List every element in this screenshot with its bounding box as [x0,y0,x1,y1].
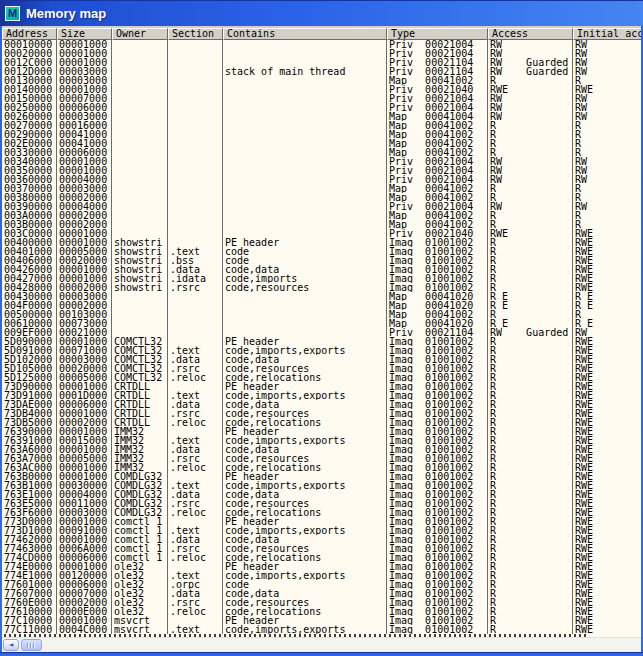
table-row[interactable]: 763A700000005000IMM32.rsrccode,resources… [2,454,641,463]
table-row[interactable]: 0042700000001000showstri.idatacode,impor… [2,274,641,283]
cell-owner: comctl_1 [112,517,168,526]
table-row[interactable]: 0040100000005000showstri.textcodeImag 01… [2,247,641,256]
table-row[interactable]: 7746200000001000comctl_1.datacode,dataIm… [2,535,641,544]
table-row[interactable]: 763A600000001000IMM32.datacode,dataImag … [2,445,641,454]
table-row[interactable]: 003C000000001000Priv 00021040RWERWE [2,229,641,238]
table-row[interactable]: 77C110000004C000msvcrt.textcode,imports,… [2,625,641,634]
table-row[interactable]: 5D09100000071000COMCTL32.textcode,import… [2,346,641,355]
cell-contains: code,relocations [223,463,387,472]
table-row[interactable]: 0037000000003000Map 00041002RR [2,184,641,193]
table-row[interactable]: 0027000000016000Map 00041002RR [2,121,641,130]
cell-owner [112,229,168,238]
table-row[interactable]: 0040600000020000showstri.bsscodeImag 010… [2,256,641,265]
table-row[interactable]: 0014000000001000Priv 00021040RWERWE [2,85,641,94]
column-header-section[interactable]: Section [168,28,223,40]
table-row[interactable]: 004F000000002000Map 00041020R ER E [2,301,641,310]
table-row[interactable]: 0034000000001000Priv 00021004RWRW [2,157,641,166]
horizontal-scrollbar[interactable]: ◄ [2,637,641,652]
cell-init: RWE [573,454,641,463]
table-row[interactable]: 5D10200000003000COMCTL32.datacode,dataIm… [2,355,641,364]
cell-addr: 5D125000 [2,373,57,382]
table-row[interactable]: 77C1000000001000msvcrtPE headerImag 0100… [2,616,641,625]
table-row[interactable]: 0012C00000001000Priv 00021104RW GuardedR… [2,58,641,67]
table-row[interactable]: 5D12500000005000COMCTL32.reloccode,reloc… [2,373,641,382]
table-row[interactable]: 774E000000001000ole32PE headerImag 01001… [2,562,641,571]
table-row[interactable]: 5D09000000001000COMCTL32PE headerImag 01… [2,337,641,346]
table-row[interactable]: 774CD00000006000comctl_1.reloccode,reloc… [2,553,641,562]
table-row[interactable]: 0013000000003000Map 00041002RR [2,76,641,85]
table-row[interactable]: 0040000000001000showstriPE headerImag 01… [2,238,641,247]
cell-init: RW [573,166,641,175]
table-row[interactable]: 73DB500000002000CRTDLL.reloccode,relocat… [2,418,641,427]
table-row[interactable]: 0042800000002000showstri.rsrccode,resour… [2,283,641,292]
table-row[interactable]: 73DAE00000006000CRTDLL.datacode,dataImag… [2,400,641,409]
table-row[interactable]: 776100000000E000ole32.reloccode,relocati… [2,607,641,616]
cell-access: R [488,544,573,553]
table-row[interactable]: 774E100000120000ole32.textcode,imports,e… [2,571,641,580]
table-row[interactable]: 7760100000006000ole32.orpccodeImag 01001… [2,580,641,589]
cell-contains [223,94,387,103]
table-row[interactable]: 5D10500000020000COMCTL32.rsrccode,resour… [2,364,641,373]
table-row[interactable]: 003B000000002000Map 00041002RR [2,220,641,229]
table-row[interactable]: 0042600000001000showstri.datacode,dataIm… [2,265,641,274]
cell-owner: COMCTL32 [112,373,168,382]
table-row[interactable]: 7639100000015000IMM32.textcode,imports,e… [2,436,641,445]
table-row[interactable]: 773D000000001000comctl_1PE headerImag 01… [2,517,641,526]
column-header-type[interactable]: Type [387,28,488,40]
table-row[interactable]: 0035000000001000Priv 00021004RWRW [2,166,641,175]
table-row[interactable]: 763AC00000001000IMM32.reloccode,relocati… [2,463,641,472]
table-row[interactable]: 0061000000073000Map 00041020R ER E [2,319,641,328]
cell-addr: 5D090000 [2,337,57,346]
table-row[interactable]: 0038000000002000Map 00041002RR [2,193,641,202]
table-row[interactable]: 003A000000002000Map 00041002RR [2,211,641,220]
scroll-left-button[interactable]: ◄ [3,639,19,651]
table-row[interactable]: 0029000000041000Map 00041002RR [2,130,641,139]
table-row[interactable]: 002E000000041000Map 00041002RR [2,139,641,148]
column-header-owner[interactable]: Owner [112,28,168,40]
column-header-addr[interactable]: Address [2,28,57,40]
window-title: Memory map [26,6,106,21]
table-row[interactable]: 763E500000011000COMDLG32.rsrccode,resour… [2,499,641,508]
table-row[interactable]: 7760E00000002000ole32.rsrccode,resources… [2,598,641,607]
cell-type: Imag 01001002 [387,400,488,409]
cell-type: Map 00041002 [387,184,488,193]
column-header-size[interactable]: Size [57,28,112,40]
table-row[interactable]: 7639000000001000IMM32PE headerImag 01001… [2,427,641,436]
cell-type: Imag 01001002 [387,274,488,283]
table-row[interactable]: 0025000000006000Priv 00021004RWRW [2,103,641,112]
table-row[interactable]: 73DB400000001000CRTDLL.rsrccode,resource… [2,409,641,418]
table-row[interactable]: 009EF00000021000Priv 00021104RW GuardedR… [2,328,641,337]
table-row[interactable]: 763F600000003000COMDLG32.reloccode,reloc… [2,508,641,517]
table-row[interactable]: 773D100000091000comctl_1.textcode,import… [2,526,641,535]
cell-contains: code,resources [223,499,387,508]
table-row[interactable]: 0015000000007000Priv 00021004RWRW [2,94,641,103]
memory-map-window-icon[interactable]: M [5,6,20,21]
table-row[interactable]: 73D9000000001000CRTDLLPE headerImag 0100… [2,382,641,391]
cell-section [168,220,223,229]
column-header-init[interactable]: Initial acc [573,28,641,40]
table-row[interactable]: 0026000000003000Map 00041004RWRW [2,112,641,121]
table-row[interactable]: 0043000000003000Map 00041020R ER E [2,292,641,301]
table-row[interactable]: 0050000000103000Map 00041002RR [2,310,641,319]
table-row[interactable]: 0002000000001000Priv 00021004RWRW [2,49,641,58]
table-row[interactable]: 0039000000004000Priv 00021004RWRW [2,202,641,211]
title-bar[interactable]: M Memory map [0,0,643,26]
table-row[interactable]: 763E100000004000COMDLG32.datacode,dataIm… [2,490,641,499]
cell-addr: 73DB4000 [2,409,57,418]
table-row[interactable]: 763B100000030000COMDLG32.textcode,import… [2,481,641,490]
column-header-contains[interactable]: Contains [223,28,387,40]
table-row[interactable]: 0036000000004000Priv 00021004RWRW [2,175,641,184]
table-row[interactable]: 763B000000001000COMDLG32PE headerImag 01… [2,472,641,481]
table-row[interactable]: 0033000000006000Map 00041002RR [2,148,641,157]
table-row[interactable]: 0001000000001000Priv 00021004RWRW [2,40,641,49]
cell-size: 00003000 [57,355,112,364]
cell-init: RWE [573,346,641,355]
table-row[interactable]: 7760700000007000ole32.datacode,dataImag … [2,589,641,598]
cell-size: 00004000 [57,175,112,184]
table-row[interactable]: 774630000006A000comctl_1.rsrccode,resour… [2,544,641,553]
table-row[interactable]: 0012D00000003000stack of main threadPriv… [2,67,641,76]
table-row[interactable]: 73D910000001D000CRTDLL.textcode,imports,… [2,391,641,400]
scrollbar-thumb[interactable] [21,639,42,651]
cell-type: Map 00041004 [387,112,488,121]
column-header-access[interactable]: Access [488,28,573,40]
